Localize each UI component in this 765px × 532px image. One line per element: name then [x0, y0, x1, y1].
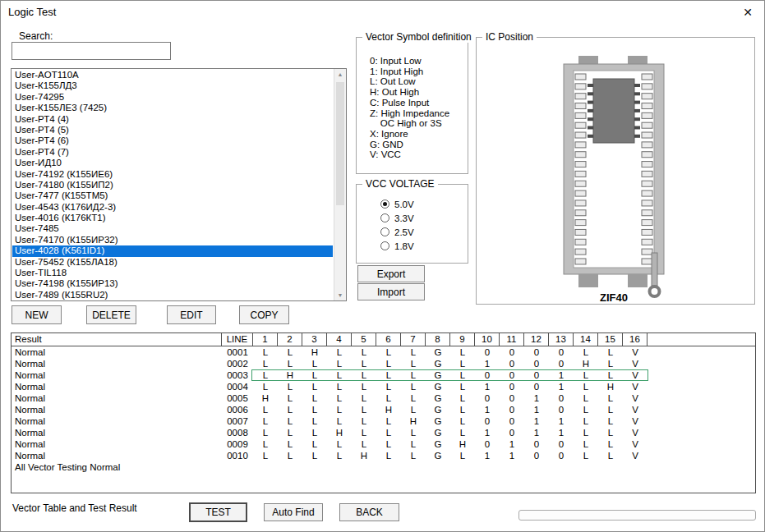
vcc-option-label: 1.8V	[394, 241, 414, 251]
table-row[interactable]: Normal0005HLLLLLLGL0010LLV	[12, 392, 755, 404]
socket-pin-slot	[575, 74, 586, 80]
scroll-down-icon[interactable]: ▼	[334, 292, 346, 298]
table-row[interactable]: Normal0006LLLLLHLGL1010LLV	[12, 404, 755, 415]
table-row[interactable]: Normal0008LLLHLLLGL1011LLV	[12, 427, 755, 438]
table-header-cell: 9	[450, 333, 475, 346]
back-button[interactable]: BACK	[339, 503, 399, 521]
cell-value: L	[253, 450, 278, 461]
socket-pin-slot	[575, 142, 586, 148]
list-item[interactable]: User-75452 (К155ЛА18)	[12, 257, 333, 268]
cell-value: G	[426, 415, 450, 427]
cell-value: H	[574, 358, 598, 369]
search-input[interactable]	[12, 42, 171, 60]
cell-value: 1	[524, 427, 549, 438]
socket-pin-slot	[575, 162, 586, 167]
chip-leg	[634, 135, 640, 138]
chip-leg	[634, 117, 640, 121]
chip-leg	[634, 101, 640, 104]
table-row[interactable]: Normal0010LLLLHLLGL1100LLV	[12, 450, 755, 461]
cell-value: L	[450, 346, 475, 358]
new-button[interactable]: NEW	[12, 305, 62, 324]
export-button[interactable]: Export	[357, 265, 425, 282]
table-row[interactable]: Normal0003LHLLLLLGL0001LLV	[12, 369, 755, 381]
table-header-cell: 16	[623, 333, 647, 346]
socket-pin-slot	[642, 181, 652, 186]
table-row[interactable]: Normal0002LLLLLLLGL1000HLV	[12, 358, 755, 369]
list-item[interactable]: User-К155ЛД3	[12, 80, 333, 91]
cell-value: 1	[549, 427, 574, 438]
list-item[interactable]: User-РТ4 (7)	[12, 147, 333, 158]
list-item[interactable]: User-74198 (К155ИР13)	[12, 278, 333, 289]
list-item[interactable]: User-74180 (К155ИП2)	[12, 180, 333, 190]
list-item[interactable]: User-74192 (К155ИЕ6)	[12, 169, 333, 180]
table-header-cell: 7	[401, 333, 426, 346]
table-header-cell: 13	[549, 333, 574, 346]
vcc-option-1.8V[interactable]: 1.8V	[380, 239, 414, 253]
copy-button[interactable]: COPY	[239, 305, 289, 324]
list-item[interactable]: User-К155ЛЕ3 (7425)	[12, 103, 333, 113]
socket-pin-slot	[575, 259, 586, 264]
cell-value: G	[426, 369, 450, 381]
vcc-option-5.0V[interactable]: 5.0V	[380, 197, 414, 211]
vcc-option-2.5V[interactable]: 2.5V	[380, 225, 414, 239]
socket-pin-slot	[575, 152, 586, 158]
table-header: ResultLINE12345678910111213141516	[12, 333, 755, 346]
table-row[interactable]: Normal0009LLLLLLLGH0100LLV	[12, 438, 755, 450]
cell-value: L	[376, 438, 401, 450]
list-item[interactable]: User-РТ4 (4)	[12, 114, 333, 125]
radio-button-icon[interactable]	[380, 227, 389, 236]
table-header-cell: 14	[574, 333, 598, 346]
list-item[interactable]: User-74295	[12, 92, 333, 103]
cell-value: L	[278, 427, 302, 438]
list-item[interactable]: User-7489 (К155RU2)	[12, 290, 333, 300]
import-button[interactable]: Import	[357, 283, 425, 300]
list-item[interactable]: User-4543 (К176ИД2-3)	[12, 202, 333, 213]
cell-value: L	[278, 404, 302, 415]
scrollbar-thumb[interactable]	[336, 82, 344, 205]
list-item[interactable]: User-7477 (К155ТМ5)	[12, 190, 333, 201]
table-row[interactable]: Normal0007LLLLLLHGL0011LLV	[12, 415, 755, 427]
chip-leg	[588, 126, 593, 130]
cell-value: G	[426, 346, 450, 358]
cell-value: L	[401, 427, 426, 438]
edit-button[interactable]: EDIT	[167, 305, 216, 324]
cell-value: L	[376, 450, 401, 461]
list-item[interactable]: User-ИД10	[12, 158, 333, 168]
table-row[interactable]: Normal0001LLHLLLLGL0000LLV	[12, 346, 755, 358]
list-item[interactable]: User-TIL118	[12, 268, 333, 278]
cell-value: 0	[475, 392, 500, 404]
list-item[interactable]: User-4016 (К176КТ1)	[12, 213, 333, 223]
list-scrollbar[interactable]: ▲ ▼	[334, 69, 346, 300]
close-icon[interactable]: ✕	[740, 5, 756, 20]
list-item[interactable]: User-AOT110A	[12, 70, 333, 80]
table-row[interactable]: Normal0004LLLLLLLGL1001LHV	[12, 381, 755, 392]
auto-find-button[interactable]: Auto Find	[264, 503, 323, 521]
vcc-voltage-groupbox: VCC VOLTAGE 5.0V3.3V2.5V1.8V	[356, 184, 468, 264]
cell-value: L	[450, 392, 475, 404]
radio-button-icon[interactable]	[380, 241, 389, 250]
cell-value: G	[426, 404, 450, 415]
list-item[interactable]: User-РТ4 (6)	[12, 135, 333, 146]
radio-button-icon[interactable]	[380, 200, 389, 209]
cell-value: L	[253, 427, 278, 438]
socket-pin-slot	[575, 132, 586, 138]
vector-symbol-line: G: GND	[370, 140, 449, 150]
list-item[interactable]: User-4028 (K561ID1)	[12, 245, 333, 256]
table-header-cell: 15	[598, 333, 623, 346]
cell-value: L	[302, 358, 327, 369]
list-item[interactable]: User-74170 (К155ИР32)	[12, 235, 333, 245]
vcc-option-3.3V[interactable]: 3.3V	[380, 211, 414, 225]
list-item[interactable]: User-РТ4 (5)	[12, 125, 333, 135]
cell-line: 0003	[222, 369, 253, 381]
chip-leg	[634, 92, 640, 95]
scroll-up-icon[interactable]: ▲	[334, 71, 346, 77]
cell-value: L	[598, 392, 623, 404]
radio-button-icon[interactable]	[380, 213, 389, 222]
delete-button[interactable]: DELETE	[86, 305, 136, 324]
chip-leg	[588, 101, 593, 104]
table-header-cell: 11	[500, 333, 524, 346]
list-item[interactable]: User-7485	[12, 223, 333, 234]
cell-value: G	[426, 427, 450, 438]
test-button[interactable]: TEST	[189, 502, 247, 522]
cell-result: Normal	[12, 346, 222, 358]
